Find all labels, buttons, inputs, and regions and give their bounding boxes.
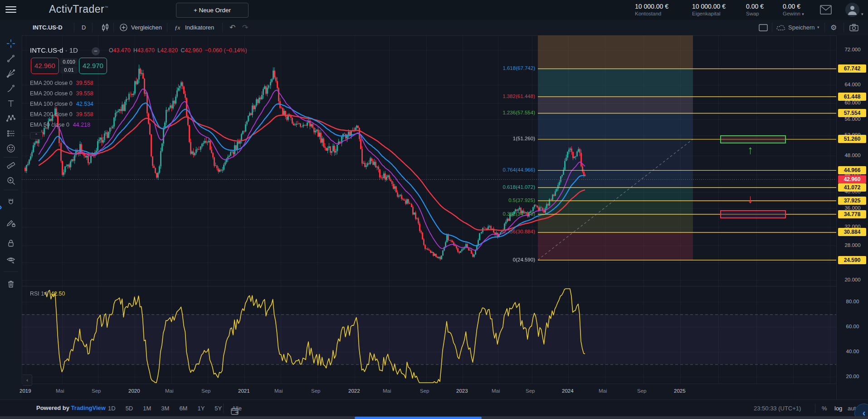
time-tick-label: 2024 [562,388,574,394]
trend-line-icon[interactable] [5,53,16,64]
avatar-caret-icon[interactable]: ▾ [861,12,863,16]
user-avatar[interactable] [845,3,859,17]
timeframe-row: 1D5D1M3M6M1Y5YAlle [108,400,242,417]
rsi-legend[interactable]: RSI 1442.50 [30,291,65,297]
drawing-pencil-lock-icon[interactable] [5,217,16,228]
undo-icon[interactable]: ↶ [229,20,235,35]
ohlc-key: H [133,47,137,54]
time-tick-label: Sep [526,388,535,394]
price-tick-label: 60.000 [837,100,868,105]
percent-scale-button[interactable]: % [822,405,827,412]
fib-label-1.236: 1.236(57.554) [490,110,535,115]
trademark: ™ [104,5,108,10]
activtrader-app: ActivTrader™ + Neue Order ▾ 10 000.00 €K… [0,0,868,419]
timeframe-5y-button[interactable]: 5Y [215,405,222,412]
hide-legend-button[interactable]: − [92,47,100,55]
indicator-label: EMA 200 close 0 [30,90,73,97]
fib-label-1.618: 1.618(67.742) [490,65,535,71]
account-stat-gewinn: 0.00 €Gewinn ▾ [783,3,836,16]
chart-legend-title[interactable]: INTC.US-d · 1D [30,46,78,54]
price-tick-label: 28.000 [837,242,868,248]
arrow-up-mark[interactable]: ↑ [747,144,753,155]
sell-bid-button[interactable]: 42.960 [31,58,59,74]
indicator-row[interactable]: EMA 200 close 039.558 [30,90,93,99]
short-target-rectangle[interactable] [720,210,786,218]
hide-all-drawings-icon[interactable] [5,254,16,265]
stat-label: Kontostand [635,11,688,16]
indicators-button[interactable]: Indikatoren [185,20,214,35]
log-scale-button[interactable]: log [834,405,842,412]
remove-all-drawings-icon[interactable] [5,278,16,289]
indicator-label: EMA 200 close 0 [30,80,73,86]
xabcd-pattern-icon[interactable] [5,113,16,124]
time-axis[interactable]: 2019MaiSep2020MaiSep2021MaiSep2022MaiSep… [22,384,836,400]
timeframe-3m-button[interactable]: 3M [161,405,169,412]
indicator-label: EMA 100 close 0 [30,101,73,107]
chart-type-candles-icon[interactable] [101,20,110,35]
stat-caret-icon[interactable]: ▾ [802,12,804,16]
taskbar-accent [355,417,482,419]
redo-icon[interactable]: ↷ [242,20,248,35]
save-button[interactable]: Speichern [788,20,815,35]
time-tick-label: Sep [637,388,646,394]
timeframe-1y-button[interactable]: 1Y [197,405,205,412]
forecast-icon[interactable] [5,128,16,139]
new-order-button[interactable]: + Neue Order [176,3,249,18]
time-tick-label: 2019 [20,388,31,394]
timeframe-5d-button[interactable]: 5D [126,405,133,412]
magnet-icon[interactable] [5,197,16,207]
left-panel-expander[interactable]: › [0,202,2,212]
compare-icon[interactable] [119,20,128,35]
camera-icon[interactable] [849,20,859,35]
timeframe-6m-button[interactable]: 6M [179,405,187,412]
spread-value: 0.010 [60,58,78,65]
timeframe-1d-button[interactable]: 1D [108,405,116,412]
ohlc-value: 42.820 [161,47,178,54]
price-chart-canvas[interactable] [22,35,836,384]
lock-all-drawings-icon[interactable] [5,237,16,248]
indicator-row[interactable]: EMA 100 close 042.534 [30,101,93,109]
time-tick-label: 2023 [456,388,468,394]
emoji-icon[interactable] [5,143,16,154]
gann-fork-icon[interactable] [5,68,16,79]
indicator-value: 42.534 [76,101,93,107]
indicator-row[interactable]: EMA 200 close 039.558 [30,80,93,88]
indicator-value: 39.558 [76,80,93,86]
compare-button[interactable]: Vergleichen [131,20,162,35]
cloud-save-icon[interactable] [776,20,786,35]
account-stat-eigenkapital: 10 000.00 €Eigenkapital [692,3,746,16]
text-tool-icon[interactable] [5,98,16,109]
time-tick-label: 2020 [128,388,140,394]
buy-ask-button[interactable]: 42.970 [79,58,107,74]
timeframe-1m-button[interactable]: 1M [143,405,151,412]
arrow-down-mark[interactable]: ↓ [747,193,753,204]
pane-divider[interactable] [22,286,868,286]
fib-price-badge: 30.884 [838,228,866,236]
ruler-icon[interactable] [5,160,16,171]
ohlc-value: 43.670 [137,47,155,54]
crosshair-icon[interactable] [5,38,16,49]
fib-label-0.382: 0.382(34.778) [490,211,535,217]
indicator-value: 39.558 [76,111,93,118]
stat-value: 10 000.00 € [692,3,746,10]
symbol-button[interactable]: INTC.US-D [33,20,63,35]
brush-icon[interactable] [5,83,16,94]
interval-button[interactable]: D [82,20,86,35]
price-axis[interactable]: 72.00064.00060.00056.00052.00048.00044.0… [836,35,868,399]
collapse-legend-button[interactable]: ⌃ [30,132,43,139]
indicator-row[interactable]: EMA 50 close 044.218 [30,122,90,130]
drawing-bar-collapse-tab[interactable]: ‹ [23,375,32,386]
zoom-in-icon[interactable] [5,175,16,186]
toolbar-divider [4,271,18,272]
toolbar-divider [4,157,18,158]
layout-icon[interactable] [758,20,768,35]
price-tick-label: 20.000 [837,277,868,282]
menu-icon[interactable] [5,6,16,14]
save-caret-icon[interactable]: ▾ [817,20,819,35]
time-tick-label: 2025 [674,388,686,394]
long-target-rectangle[interactable] [720,135,786,143]
last-price-badge: 42.960 [838,175,866,183]
indicator-row[interactable]: EMA 200 close 039.558 [30,111,93,119]
settings-gear-icon[interactable]: ⚙ [830,20,837,35]
indicators-fx-icon[interactable]: ƒx [175,20,180,35]
